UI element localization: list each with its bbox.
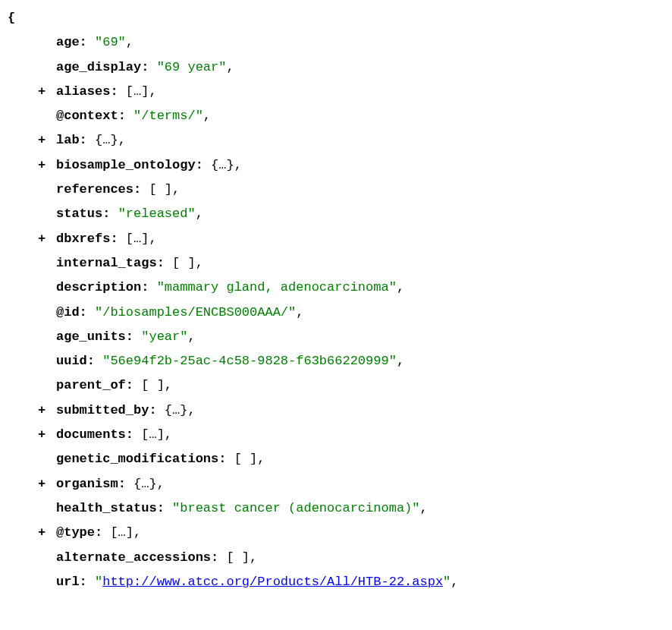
json-key: lab — [56, 133, 80, 147]
comma: , — [172, 182, 180, 197]
json-string-value: "mammary gland, adenocarcinoma" — [157, 280, 397, 295]
json-key: health_status — [56, 501, 157, 515]
json-string-value: "year" — [141, 329, 187, 344]
json-key: alternate_accessions — [56, 550, 211, 565]
comma: , — [165, 427, 172, 442]
json-collapsed-value[interactable]: {…} — [95, 133, 118, 147]
json-row: @context: "/terms/", — [8, 104, 664, 128]
json-row: +@type: […], — [8, 521, 664, 545]
json-collapsed-value[interactable]: […] — [110, 525, 133, 540]
json-string-value: "released" — [118, 206, 196, 221]
expand-toggle[interactable]: + — [38, 153, 46, 178]
json-string-value: "http://www.atcc.org/Products/All/HTB-22… — [95, 575, 451, 589]
comma: , — [196, 206, 203, 221]
expand-toggle[interactable]: + — [38, 398, 46, 423]
colon: : — [149, 403, 156, 417]
expand-toggle[interactable]: + — [38, 472, 46, 496]
open-brace: { — [8, 6, 664, 30]
colon: : — [196, 158, 203, 172]
comma: , — [133, 525, 141, 540]
json-key: age_units — [56, 329, 126, 344]
json-row: +organism: {…}, — [8, 472, 664, 496]
json-row: +lab: {…}, — [8, 128, 664, 153]
json-key: url — [56, 575, 80, 589]
json-key: submitted_by — [56, 403, 149, 417]
comma: , — [149, 84, 156, 99]
colon: : — [126, 329, 133, 344]
json-key: aliases — [56, 84, 110, 99]
json-collapsed-value[interactable]: […] — [141, 427, 165, 442]
comma: , — [196, 256, 203, 270]
comma: , — [451, 575, 458, 589]
json-key: documents — [56, 427, 126, 442]
json-collapsed-value: [ ] — [149, 182, 172, 197]
json-string-value: "breast cancer (adenocarcinoma)" — [172, 501, 419, 515]
colon: : — [211, 550, 218, 565]
comma: , — [118, 133, 126, 147]
colon: : — [87, 354, 95, 368]
json-row: +biosample_ontology: {…}, — [8, 153, 664, 178]
colon: : — [157, 256, 165, 270]
expand-toggle[interactable]: + — [38, 80, 46, 104]
json-row: url: "http://www.atcc.org/Products/All/H… — [8, 570, 664, 594]
json-link[interactable]: http://www.atcc.org/Products/All/HTB-22.… — [102, 575, 443, 589]
colon: : — [126, 427, 133, 442]
json-key: @context — [56, 109, 118, 123]
json-string-value: "56e94f2b-25ac-4c58-9828-f63b66220999" — [102, 354, 397, 368]
colon: : — [80, 133, 87, 147]
json-collapsed-value[interactable]: […] — [126, 232, 149, 246]
comma: , — [187, 403, 195, 417]
json-string-value: "69" — [95, 35, 126, 49]
json-collapsed-value[interactable]: {…} — [165, 403, 188, 417]
json-collapsed-value: [ ] — [141, 378, 165, 392]
json-key: description — [56, 280, 141, 295]
json-collapsed-value[interactable]: {…} — [133, 477, 157, 491]
json-key: organism — [56, 477, 118, 491]
expand-toggle[interactable]: + — [38, 423, 46, 447]
json-key: dbxrefs — [56, 232, 110, 246]
comma: , — [203, 109, 211, 123]
json-key: uuid — [56, 354, 87, 368]
comma: , — [126, 35, 133, 49]
json-key: status — [56, 206, 102, 221]
expand-toggle[interactable]: + — [38, 521, 46, 545]
json-row: references: [ ], — [8, 178, 664, 202]
json-collapsed-value[interactable]: {…} — [211, 158, 234, 172]
json-collapsed-value: [ ] — [234, 452, 258, 466]
json-collapsed-value: [ ] — [172, 256, 196, 270]
expand-toggle[interactable]: + — [38, 227, 46, 251]
colon: : — [126, 378, 133, 392]
json-collapsed-value[interactable]: […] — [126, 84, 149, 99]
comma: , — [296, 305, 303, 320]
comma: , — [226, 60, 234, 74]
colon: : — [80, 575, 87, 589]
json-key: @id — [56, 305, 80, 320]
comma: , — [187, 329, 195, 344]
json-row: uuid: "56e94f2b-25ac-4c58-9828-f63b66220… — [8, 349, 664, 373]
colon: : — [80, 35, 87, 49]
expand-toggle[interactable]: + — [38, 128, 46, 153]
json-string-value: "/biosamples/ENCBS000AAA/" — [95, 305, 296, 320]
json-row: genetic_modifications: [ ], — [8, 447, 664, 471]
colon: : — [102, 206, 110, 221]
json-key: references — [56, 182, 133, 197]
comma: , — [397, 354, 404, 368]
comma: , — [165, 378, 172, 392]
colon: : — [95, 525, 102, 540]
json-row: +submitted_by: {…}, — [8, 398, 664, 423]
colon: : — [80, 305, 87, 320]
json-key: age — [56, 35, 80, 49]
json-row: age: "69", — [8, 30, 664, 55]
colon: : — [157, 501, 165, 515]
colon: : — [218, 452, 226, 466]
comma: , — [157, 477, 165, 491]
colon: : — [141, 280, 149, 295]
json-row: +dbxrefs: […], — [8, 227, 664, 251]
json-row: @id: "/biosamples/ENCBS000AAA/", — [8, 301, 664, 325]
colon: : — [110, 232, 118, 246]
comma: , — [397, 280, 404, 295]
colon: : — [141, 60, 149, 74]
json-row: +aliases: […], — [8, 80, 664, 104]
json-viewer: { age: "69",age_display: "69 year",+alia… — [8, 6, 664, 594]
json-key: genetic_modifications — [56, 452, 218, 466]
